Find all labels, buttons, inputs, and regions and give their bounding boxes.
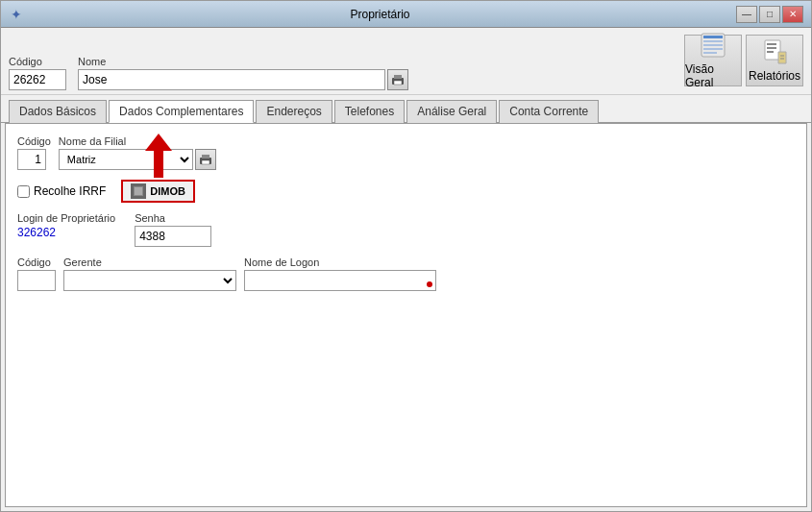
svg-rect-12 [767,51,774,53]
filial-row: Código Nome da Filial Matriz [17,135,795,170]
app-icon: ✦ [9,7,24,22]
filial-select-row: Matriz [59,149,216,170]
svg-rect-8 [703,52,717,54]
login-group: Login de Proprietário 326262 [17,212,115,239]
dados-complementares-form: Código Nome da Filial Matriz [17,135,795,291]
svg-rect-11 [767,47,776,49]
codigo-gerente-group: Código [17,256,56,291]
toolbar: Código 26262 Nome [1,28,811,95]
nome-filial-group: Nome da Filial Matriz [59,135,216,170]
nome-logon-label: Nome de Logon [244,256,436,268]
filial-search-button[interactable] [195,149,216,170]
tab-telefones[interactable]: Telefones [334,100,405,123]
svg-marker-13 [778,52,786,63]
title-bar: ✦ Proprietário — □ ✕ [1,1,811,28]
svg-rect-5 [703,40,723,42]
svg-rect-1 [394,75,402,79]
gerente-select-group: Gerente [63,256,236,291]
svg-rect-7 [703,48,723,50]
gerente-label: Gerente [63,256,236,268]
tab-dados-complementares[interactable]: Dados Complementares [109,100,254,123]
login-value[interactable]: 326262 [17,226,115,239]
dimob-button[interactable]: DIMOB [121,180,195,203]
codigo-filial-group: Código [17,135,51,170]
relatorios-icon [761,38,788,65]
gerente-row: Código Gerente Nome de Logon [17,256,795,291]
nome-field-group: Nome [78,56,408,90]
tab-dados-basicos[interactable]: Dados Básicos [9,100,107,123]
login-row: Login de Proprietário 326262 Senha [17,212,795,247]
close-button[interactable]: ✕ [782,6,803,23]
nome-label: Nome [78,56,408,67]
filial-printer-icon [199,154,212,165]
senha-input[interactable] [135,226,211,247]
window-title: Proprietário [24,8,736,21]
codigo-input[interactable]: 26262 [9,69,66,90]
relatorios-label: Relatórios [749,69,800,83]
login-label: Login de Proprietário [17,212,115,224]
tab-analise-geral[interactable]: Análise Geral [406,100,497,123]
codigo-filial-label: Código [17,135,51,147]
tab-content: Código Nome da Filial Matriz [5,123,807,507]
svg-rect-2 [394,81,402,85]
irrf-dimob-row: Recolhe IRRF [17,180,795,203]
nome-input-row [78,69,408,90]
tabs-bar: Dados Básicos Dados Complementares Ender… [1,95,811,123]
main-window: ✦ Proprietário — □ ✕ Código 26262 Nome [0,0,812,512]
minimize-button[interactable]: — [736,6,757,23]
gerente-select[interactable] [63,270,236,291]
visao-geral-button[interactable]: Visão Geral [684,35,742,86]
dimob-label: DIMOB [150,185,185,197]
codigo-label: Código [9,56,66,67]
relatorios-button[interactable]: Relatórios [746,35,803,86]
logon-input-wrapper [244,270,436,291]
svg-rect-17 [202,155,209,158]
nome-search-button[interactable] [387,69,408,90]
tab-conta-corrente[interactable]: Conta Corrente [499,100,599,123]
recolhe-irrf-group: Recolhe IRRF [17,184,106,198]
printer-icon [391,74,405,85]
recolhe-irrf-label: Recolhe IRRF [34,184,106,198]
codigo-field-group: Código 26262 [9,56,66,90]
toolbar-fields: Código 26262 Nome [9,56,669,90]
filial-select[interactable]: Matriz [59,149,193,170]
codigo-filial-input[interactable] [17,149,46,170]
svg-rect-4 [703,36,723,38]
svg-rect-18 [202,160,209,164]
dimob-icon [131,183,146,199]
codigo-gerente-input[interactable] [17,270,56,291]
logon-red-dot [427,281,432,287]
codigo-gerente-label: Código [17,256,56,268]
tab-enderecos[interactable]: Endereços [256,100,332,123]
nome-input[interactable] [78,69,385,90]
senha-label: Senha [135,212,211,224]
recolhe-irrf-checkbox[interactable] [17,185,30,198]
window-controls: — □ ✕ [736,6,803,23]
dimob-container: DIMOB [121,180,195,203]
visao-geral-icon [700,32,726,59]
logon-input[interactable] [244,270,436,291]
senha-group: Senha [135,212,211,247]
nome-filial-label: Nome da Filial [59,135,216,147]
svg-rect-6 [703,44,723,46]
logon-group: Nome de Logon [244,256,436,291]
maximize-button[interactable]: □ [759,6,780,23]
visao-geral-label: Visão Geral [685,62,741,89]
svg-rect-20 [135,187,142,195]
toolbar-buttons: Visão Geral Relatórios [684,35,803,90]
svg-rect-10 [767,43,776,45]
